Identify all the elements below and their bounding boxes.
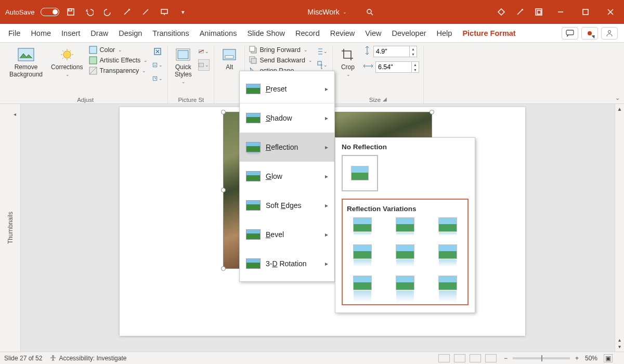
slide-counter-text: Slide 27 of 52 <box>4 355 42 362</box>
comments-button[interactable] <box>562 27 578 40</box>
tab-picture-format[interactable]: Picture Format <box>457 26 521 41</box>
close-button[interactable] <box>600 4 621 20</box>
next-slide-icon[interactable]: ▾ <box>618 344 621 349</box>
picture-effects-button[interactable]: ⌄ <box>198 59 210 71</box>
zoom-in-button[interactable]: + <box>575 355 579 362</box>
minimize-button[interactable] <box>550 4 571 20</box>
tab-view[interactable]: View <box>360 26 386 41</box>
autosave-toggle[interactable] <box>41 8 59 16</box>
height-spin-down[interactable]: ▼ <box>410 51 417 57</box>
align-button[interactable]: ⌄ <box>317 46 328 57</box>
size-dialog-launcher[interactable]: ◢ <box>383 96 387 103</box>
resize-handle[interactable] <box>221 188 226 192</box>
remove-background-label: Remove Background <box>9 63 43 78</box>
window-overlay-icon[interactable] <box>531 5 546 19</box>
diamond-icon[interactable] <box>494 5 509 19</box>
tab-help[interactable]: Help <box>432 26 458 41</box>
zoom-out-button[interactable]: − <box>504 355 508 362</box>
tab-record[interactable]: Record <box>290 26 325 41</box>
width-spin-up[interactable]: ▲ <box>412 62 419 67</box>
change-picture-button[interactable]: ⌄ <box>152 59 163 71</box>
effects-item-shadow[interactable]: Shadow▸ <box>240 103 334 133</box>
resize-handle[interactable] <box>221 110 226 114</box>
zoom-percent[interactable]: 50% <box>585 355 597 362</box>
scroll-up-icon[interactable]: ▲ <box>617 106 622 112</box>
crop-button[interactable]: Crop⌄ <box>337 46 359 78</box>
maximize-button[interactable] <box>575 4 596 20</box>
width-input[interactable]: 6.54" ▲▼ <box>375 61 419 73</box>
tab-developer[interactable]: Developer <box>386 26 431 41</box>
transparency-button[interactable]: Transparency⌄ <box>89 67 148 75</box>
reflection-variation-option[interactable] <box>350 218 375 236</box>
height-spin-up[interactable]: ▲ <box>410 46 417 51</box>
effects-item-soft-edges[interactable]: Soft Edges▸ <box>240 191 334 220</box>
accessibility-status[interactable]: Accessibility: Investigate <box>49 355 126 362</box>
tab-slide-show[interactable]: Slide Show <box>242 26 290 41</box>
view-slideshow-button[interactable] <box>485 354 497 362</box>
height-input[interactable]: 4.9" ▲▼ <box>373 46 417 57</box>
effects-item-glow[interactable]: Glow▸ <box>240 162 334 191</box>
artistic-effects-button[interactable]: Artistic Effects⌄ <box>89 56 148 64</box>
tab-design[interactable]: Design <box>113 26 147 41</box>
quick-styles-button[interactable]: Quick Styles⌄ <box>172 46 194 85</box>
reflection-variation-option[interactable] <box>435 245 460 267</box>
color-button[interactable]: Color⌄ <box>89 46 148 54</box>
quick-tool-2-icon[interactable] <box>138 5 153 19</box>
share-button[interactable] <box>601 27 618 40</box>
reflection-variation-option[interactable] <box>435 218 460 236</box>
svg-rect-20 <box>199 63 204 67</box>
corrections-button[interactable]: Corrections ⌄ <box>49 46 85 78</box>
bring-forward-button[interactable]: Bring Forward⌄ <box>249 46 313 54</box>
tab-review[interactable]: Review <box>325 26 360 41</box>
effects-item-reflection[interactable]: Reflection▸ <box>240 133 334 162</box>
reflection-variation-option[interactable] <box>435 276 460 302</box>
reflection-variation-option[interactable] <box>393 245 418 267</box>
reflection-variation-option[interactable] <box>393 276 418 302</box>
effects-item-3d-rotation[interactable]: 3-D Rotation▸ <box>240 249 334 278</box>
resize-handle[interactable] <box>221 266 226 271</box>
expand-thumbnails-icon[interactable]: ▸ <box>11 112 17 118</box>
vertical-scrollbar[interactable]: ▲ ▴ ▾ <box>615 104 624 352</box>
reset-picture-button[interactable]: ⌄ <box>152 73 163 84</box>
present-icon[interactable] <box>157 5 172 19</box>
reflection-variation-option[interactable] <box>350 276 375 302</box>
zoom-slider[interactable] <box>513 357 570 359</box>
prev-slide-icon[interactable]: ▴ <box>618 337 621 343</box>
thumbnails-rail[interactable]: ▸ Thumbnails <box>0 104 21 352</box>
magic-icon[interactable] <box>513 5 527 19</box>
redo-icon[interactable] <box>101 5 115 19</box>
tab-insert[interactable]: Insert <box>56 26 85 41</box>
tab-transitions[interactable]: Transitions <box>147 26 194 41</box>
collapse-ribbon-button[interactable]: ⌄ <box>615 95 620 101</box>
picture-border-button[interactable]: ⌄ <box>198 46 210 57</box>
effects-item-preset[interactable]: Preset▸ <box>240 74 334 103</box>
width-spin-down[interactable]: ▼ <box>412 67 419 72</box>
quick-tool-1-icon[interactable] <box>120 5 134 19</box>
reflection-variation-option[interactable] <box>350 245 375 267</box>
qat-overflow-icon[interactable]: ▾ <box>176 5 190 19</box>
fit-to-window-button[interactable]: ▣ <box>604 354 613 362</box>
effects-item-bevel[interactable]: Bevel▸ <box>240 220 334 249</box>
view-normal-button[interactable] <box>438 354 450 362</box>
alt-text-button[interactable]: Alt <box>218 46 240 72</box>
save-icon[interactable] <box>63 5 78 19</box>
width-icon <box>363 62 373 72</box>
undo-icon[interactable] <box>82 5 97 19</box>
tab-home[interactable]: Home <box>25 26 56 41</box>
reflection-variation-option[interactable] <box>393 218 418 236</box>
view-sorter-button[interactable] <box>454 354 465 362</box>
tab-draw[interactable]: Draw <box>85 26 113 41</box>
record-indicator[interactable] <box>581 27 598 40</box>
document-title[interactable]: MiscWork ⌄ <box>308 8 347 16</box>
tab-file[interactable]: File <box>3 26 25 41</box>
group-button[interactable]: ⌄ <box>317 59 328 71</box>
no-reflection-option[interactable] <box>342 155 378 191</box>
slide-counter[interactable]: Slide 27 of 52 <box>4 355 42 362</box>
search-icon[interactable] <box>362 5 377 19</box>
send-backward-button[interactable]: Send Backward⌄ <box>249 56 313 64</box>
compress-pictures-button[interactable] <box>152 46 163 57</box>
tab-animations[interactable]: Animations <box>194 26 242 41</box>
resize-handle[interactable] <box>430 110 434 114</box>
view-reading-button[interactable] <box>470 354 481 362</box>
remove-background-button[interactable]: Remove Background <box>7 46 45 79</box>
